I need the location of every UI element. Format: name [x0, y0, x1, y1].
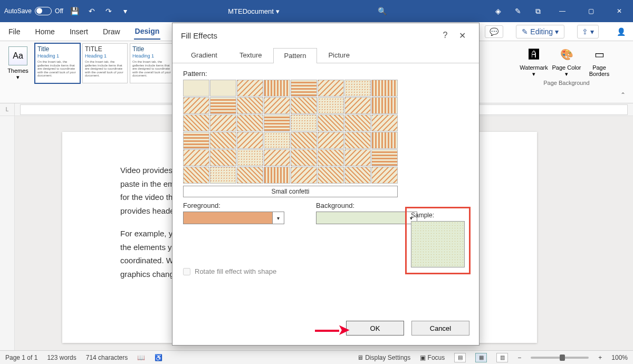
pattern-swatch[interactable] — [371, 149, 398, 166]
cancel-button[interactable]: Cancel — [411, 321, 469, 336]
style-card-2[interactable]: TITLE Heading 1 On the Insert tab, the g… — [82, 43, 128, 83]
pattern-swatch[interactable] — [183, 149, 209, 166]
tab-gradient[interactable]: Gradient — [180, 47, 228, 63]
dialog-help-button[interactable]: ? — [437, 31, 454, 40]
zoom-out-button[interactable]: − — [517, 354, 521, 361]
close-button[interactable]: ✕ — [610, 4, 629, 18]
style-card-1[interactable]: Title Heading 1 On the Insert tab, the g… — [35, 43, 80, 83]
word-count[interactable]: 123 words — [47, 354, 76, 361]
display-settings[interactable]: 🖥 Display Settings — [357, 354, 410, 361]
minimize-button[interactable]: — — [553, 4, 572, 18]
maximize-button[interactable]: ▢ — [581, 4, 600, 18]
pattern-swatch[interactable] — [264, 80, 290, 97]
pattern-swatch[interactable] — [183, 132, 209, 149]
vertical-ruler[interactable] — [0, 116, 15, 350]
pattern-swatch[interactable] — [344, 149, 371, 166]
pattern-swatch[interactable] — [237, 114, 263, 131]
window-pop-icon[interactable]: ⧉ — [533, 6, 543, 16]
pattern-swatch[interactable] — [210, 97, 236, 114]
themes-button[interactable]: Aa Themes▾ — [5, 43, 31, 101]
undo-icon[interactable]: ↶ — [87, 6, 97, 16]
pattern-swatch[interactable] — [264, 149, 290, 166]
pattern-swatch[interactable] — [210, 114, 236, 131]
pattern-swatch[interactable] — [264, 132, 290, 149]
tab-pattern[interactable]: Pattern — [273, 48, 318, 63]
pattern-swatch[interactable] — [291, 167, 317, 184]
proofing-icon[interactable]: 📖 — [137, 354, 145, 361]
share-button[interactable]: ⇪ ▾ — [577, 25, 599, 39]
style-gallery[interactable]: Title Heading 1 On the Insert tab, the g… — [35, 43, 175, 101]
search-icon[interactable]: 🔍 — [377, 6, 387, 16]
pattern-swatch[interactable] — [210, 80, 236, 97]
tab-design[interactable]: Design — [134, 24, 161, 40]
ruler-corner[interactable]: L — [0, 103, 15, 116]
read-mode-button[interactable]: ▤ — [454, 353, 466, 362]
pattern-swatch[interactable] — [210, 167, 236, 184]
account-icon[interactable]: 👤 — [617, 27, 626, 36]
foreground-select[interactable]: ▾ — [183, 212, 284, 224]
style-card-3[interactable]: Title Heading 1 On the Insert tab, the g… — [130, 43, 175, 83]
zoom-level[interactable]: 100% — [611, 354, 628, 361]
pattern-swatch[interactable] — [264, 97, 290, 114]
dialog-title-bar[interactable]: Fill Effects ? ✕ — [172, 23, 479, 47]
pattern-swatch[interactable] — [237, 149, 263, 166]
page-color-button[interactable]: 🎨Page Color ▾ — [552, 43, 581, 78]
tab-home[interactable]: Home — [34, 24, 56, 39]
watermark-button[interactable]: 🅰Watermark▾ — [519, 43, 549, 78]
pattern-swatch[interactable] — [210, 149, 236, 166]
pattern-swatch[interactable] — [371, 167, 398, 184]
pattern-swatch[interactable] — [291, 114, 317, 131]
diamond-icon[interactable]: ◈ — [493, 6, 503, 16]
qat-dropdown-icon[interactable]: ▾ — [120, 6, 131, 16]
pattern-swatch[interactable] — [183, 97, 209, 114]
zoom-in-button[interactable]: + — [598, 354, 602, 361]
pattern-swatch[interactable] — [264, 167, 290, 184]
pattern-swatch[interactable] — [344, 132, 371, 149]
pattern-swatch[interactable] — [237, 132, 263, 149]
focus-mode[interactable]: ▣ Focus — [420, 354, 445, 361]
page-borders-button[interactable]: ▭Page Borders — [584, 43, 614, 78]
pattern-swatch[interactable] — [291, 97, 317, 114]
tab-insert[interactable]: Insert — [69, 24, 89, 39]
dialog-close-button[interactable]: ✕ — [454, 31, 471, 41]
pattern-swatch[interactable] — [237, 167, 263, 184]
accessibility-icon[interactable]: ♿ — [155, 354, 162, 361]
pattern-swatch[interactable] — [264, 114, 290, 131]
pattern-swatch[interactable] — [371, 114, 398, 131]
pattern-swatch[interactable] — [344, 97, 371, 114]
document-title[interactable]: MTEDocument — [228, 7, 274, 15]
brush-icon[interactable]: ✎ — [513, 6, 523, 16]
pattern-swatch[interactable] — [291, 80, 317, 97]
pattern-swatch[interactable] — [291, 149, 317, 166]
pattern-swatch[interactable] — [183, 114, 209, 131]
pattern-swatch[interactable] — [318, 167, 344, 184]
tab-file[interactable]: File — [7, 24, 22, 39]
collapse-ribbon-icon[interactable]: ⌃ — [618, 89, 628, 101]
char-count[interactable]: 714 characters — [86, 354, 128, 361]
pattern-swatch[interactable] — [318, 114, 344, 131]
tab-picture[interactable]: Picture — [317, 47, 360, 63]
page-count[interactable]: Page 1 of 1 — [5, 354, 37, 361]
pattern-swatch[interactable] — [344, 114, 371, 131]
pattern-swatch[interactable] — [318, 132, 344, 149]
web-layout-button[interactable]: ▥ — [496, 353, 508, 362]
save-icon[interactable]: 💾 — [70, 6, 80, 16]
toggle-off-icon[interactable] — [35, 7, 52, 15]
pattern-swatch[interactable] — [318, 80, 344, 97]
pattern-swatch[interactable] — [344, 80, 371, 97]
pattern-swatch[interactable] — [318, 97, 344, 114]
pattern-swatch[interactable] — [237, 80, 263, 97]
doc-dropdown-icon[interactable]: ▾ — [276, 7, 280, 15]
pattern-swatch[interactable] — [237, 97, 263, 114]
ok-button[interactable]: OK — [346, 321, 404, 336]
pattern-swatch[interactable] — [210, 132, 236, 149]
pattern-swatch[interactable] — [371, 132, 398, 149]
editing-mode-button[interactable]: ✎ Editing ▾ — [516, 25, 564, 39]
pattern-swatch[interactable] — [371, 97, 398, 114]
pattern-swatch[interactable] — [318, 149, 344, 166]
tab-draw[interactable]: Draw — [102, 24, 121, 39]
background-select[interactable]: ▾ — [316, 212, 417, 224]
print-layout-button[interactable]: ▦ — [475, 353, 487, 362]
pattern-swatch[interactable] — [371, 80, 398, 97]
zoom-slider[interactable] — [531, 357, 589, 359]
